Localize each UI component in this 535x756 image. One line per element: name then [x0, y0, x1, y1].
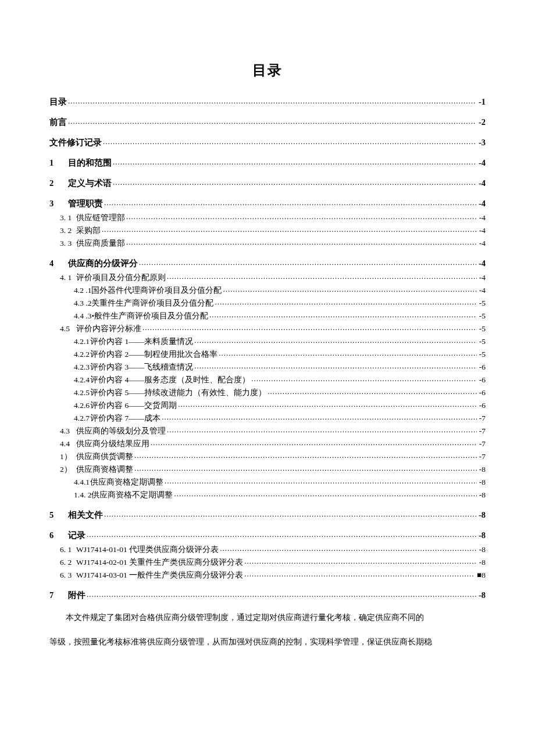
- toc-leader-dots: [126, 212, 477, 220]
- toc-entry: 4.2.4评价内容 4——服务态度（及时性、配合度）-6: [49, 374, 486, 384]
- toc-entry-label: 评价内容 1——来料质量情况: [90, 338, 193, 346]
- toc-entry-number: 2）: [60, 465, 76, 474]
- toc-entry-label: 目录: [49, 98, 67, 106]
- toc-entry: 4.2.3评价内容 3——飞线稽查情况-6: [49, 361, 486, 371]
- body-paragraph-2: 等级，按照量化考核标准将供应商分级管理，从而加强对供应商的控制，实现科学管理，保…: [49, 634, 486, 650]
- body-paragraph-1: 本文件规定了集团对合格供应商分级管理制度，通过定期对供应商进行量化考核，确定供应…: [49, 610, 486, 626]
- toc-entry-number: 4.4.1: [74, 478, 90, 486]
- toc-entry-number: 4: [49, 259, 68, 268]
- toc-leader-dots: [194, 361, 477, 370]
- toc-entry-label: 评价内容 4——服务态度（及时性、配合度）: [90, 376, 250, 384]
- toc-entry-label: 评价项目及分值分配原则: [76, 274, 166, 282]
- toc-entry-page: -7: [478, 440, 486, 448]
- toc-leader-dots: [104, 198, 476, 206]
- toc-entry: 4供应商的分级评分-4: [49, 257, 486, 267]
- toc-entry-label: 文件修订记录: [49, 138, 102, 147]
- toc-leader-dots: [219, 349, 477, 357]
- toc-leader-dots: [178, 400, 477, 408]
- toc-entry-number: 4.4: [60, 440, 76, 448]
- toc-entry: 6记录-8: [49, 529, 486, 539]
- toc-entry-page: -4: [477, 179, 486, 188]
- toc-entry-page: -4: [477, 259, 486, 268]
- toc-entry-page: -4: [478, 274, 486, 282]
- toc-entry-page: -8: [477, 511, 486, 519]
- toc-entry-label: 国外器件代理商评价项目及分值分配: [91, 286, 222, 295]
- toc-entry-label: 供应商质量部: [76, 239, 125, 248]
- toc-entry-number: 1: [49, 159, 68, 167]
- toc-entry-page: -6: [478, 402, 486, 410]
- toc-entry: 4.2 .1国外器件代理商评价项目及分值分配-4: [49, 285, 486, 294]
- toc-leader-dots: [113, 177, 476, 186]
- toc-leader-dots: [220, 544, 477, 552]
- toc-entry: 4.3供应商的等级划分及管理-7: [49, 425, 486, 435]
- toc-entry-number: 6. 3: [60, 571, 76, 579]
- toc-leader-dots: [87, 529, 476, 538]
- toc-entry-label: 供应商的分级评分: [68, 259, 138, 268]
- toc-entry: 1.4. 2供应商资格不定期调整-8: [49, 489, 486, 499]
- toc-entry-label: 评价内容 6——交货周期: [90, 402, 177, 410]
- toc-leader-dots: [113, 157, 476, 166]
- toc-entry: 5相关文件-8: [49, 509, 486, 519]
- toc-entry: 6. 2WJ17414-02-01 关重件生产类供应商分级评分表-8: [49, 557, 486, 566]
- toc-entry-label: 供应商供货调整: [76, 453, 133, 461]
- toc-entry-label: 评价内容 3——飞线稽查情况: [90, 363, 193, 371]
- toc-entry-label: 管理职责: [68, 199, 103, 208]
- toc-entry-number: 4.4 .3: [74, 312, 91, 320]
- toc-entry-label: 供应商资格不定期调整: [91, 491, 173, 499]
- toc-entry-label: 供应链管理部: [76, 214, 125, 222]
- toc-entry-page: -6: [478, 376, 486, 384]
- toc-entry-page: -8: [478, 478, 486, 486]
- toc-entry-label: 采购部: [76, 227, 101, 235]
- toc-entry-number: 7: [49, 591, 68, 600]
- toc-leader-dots: [68, 116, 476, 125]
- toc-entry-page: -6: [478, 389, 486, 397]
- toc-entry-number: 4.3 .2: [74, 299, 91, 307]
- toc-entry: 4.4.1供应商资格定期调整-8: [49, 476, 486, 486]
- toc-leader-dots: [223, 285, 476, 293]
- toc-entry-page: -4: [478, 227, 486, 235]
- toc-leader-dots: [194, 336, 477, 344]
- toc-entry-label: 评价内容 5——持续改进能力（有效性、能力度）: [90, 389, 266, 397]
- toc-entry: 4.2.2评价内容 2——制程使用批次合格率-5: [49, 349, 486, 358]
- toc-entry-number: 4.2 .1: [74, 286, 91, 295]
- toc-entry: 3. 2采购部-4: [49, 225, 486, 234]
- toc-entry-number: 5: [49, 511, 68, 519]
- toc-entry-page: -5: [478, 338, 486, 346]
- toc-entry-number: 3: [49, 199, 68, 208]
- toc-entry: 4.5评价内容评分标准-5: [49, 323, 486, 332]
- toc-entry-number: 6: [49, 531, 68, 540]
- toc-entry-number: 6. 2: [60, 558, 76, 567]
- toc-entry-label: 附件: [68, 591, 85, 600]
- toc-entry: 3管理职责-4: [49, 198, 486, 207]
- toc-entry: 文件修订记录-3: [49, 137, 486, 146]
- toc-entry: 4.2.1评价内容 1——来料质量情况-5: [49, 336, 486, 345]
- toc-entry-page: -3: [477, 138, 486, 147]
- toc-leader-dots: [102, 225, 477, 233]
- toc-entry-number: 4.3: [60, 427, 76, 435]
- toc-entry: 4.2.5评价内容 5——持续改进能力（有效性、能力度）-6: [49, 387, 486, 396]
- toc-entry-number: 4.2.7: [74, 414, 90, 422]
- toc-leader-dots: [104, 509, 476, 518]
- toc-entry-number: 4.2.2: [74, 350, 90, 359]
- toc-leader-dots: [139, 257, 476, 266]
- toc-entry-page: -4: [478, 239, 486, 248]
- toc-entry: 7附件-8: [49, 589, 486, 599]
- toc-leader-dots: [103, 137, 476, 145]
- toc-leader-dots: [151, 438, 477, 446]
- toc-entry-label: 关重件生产商评价项目及分值分配: [91, 299, 213, 307]
- toc-leader-dots: [87, 589, 476, 598]
- toc-entry-page: -7: [478, 453, 486, 461]
- toc-entry-page: -5: [478, 312, 486, 320]
- toc-entry: 目录-1: [49, 96, 486, 106]
- toc-leader-dots: [68, 96, 476, 105]
- toc-entry-page: -8: [478, 491, 486, 499]
- toc-entry: 4.2.7评价内容 7——成本-7: [49, 413, 486, 422]
- toc-entry-label: •般件生产商评价项目及分值分配: [91, 312, 208, 320]
- toc-leader-dots: [162, 413, 477, 421]
- toc-entry: 6. 3WJ17414-03-01 一般件生产类供应商分级评分表■8: [49, 569, 486, 579]
- toc-entry-label: 定义与术语: [68, 179, 112, 188]
- toc-leader-dots: [251, 374, 477, 382]
- toc-entry: 前言-2: [49, 116, 486, 126]
- toc-leader-dots: [268, 387, 477, 395]
- toc-entry: 3. 3供应商质量部-4: [49, 238, 486, 247]
